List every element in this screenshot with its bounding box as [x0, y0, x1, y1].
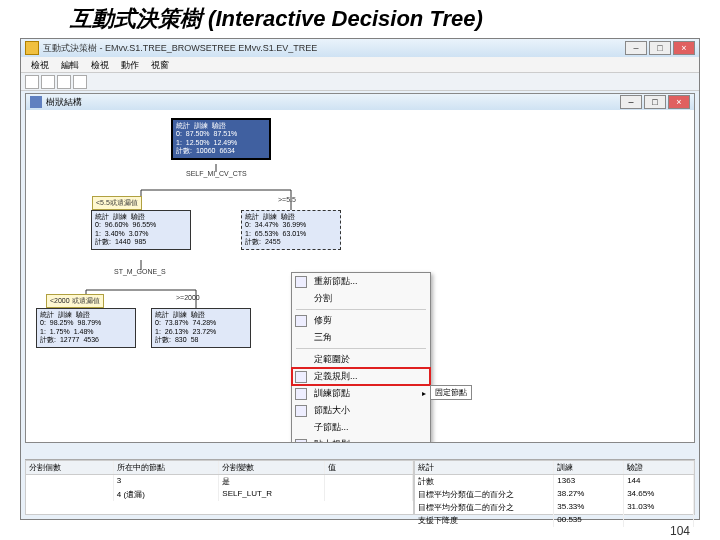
col-header: 所在中的節點: [114, 461, 219, 474]
slide-title: 互動式決策樹 (Interactive Decision Tree): [0, 0, 720, 36]
app-icon: [25, 41, 39, 55]
col-header: 統計: [415, 461, 555, 474]
menu-triangle[interactable]: 三角: [292, 329, 430, 346]
col-header: 訓練: [554, 461, 624, 474]
split-variable: ST_M_GONE_S: [114, 268, 166, 275]
tree-node-dashed[interactable]: 統計訓練驗證 0:34.47%36.99% 1:65.53%63.01% 計數:…: [241, 210, 341, 250]
train-icon: [295, 388, 307, 400]
close-button[interactable]: ×: [673, 41, 695, 55]
page-number: 104: [670, 524, 690, 538]
rule-icon: [295, 371, 307, 383]
size-icon: [295, 405, 307, 417]
menu-range[interactable]: 定範圍於: [292, 351, 430, 368]
menu-split[interactable]: 分割: [292, 290, 430, 307]
menu-paste-rule[interactable]: 貼上規則: [292, 436, 430, 442]
inner-titlebar: 樹狀結構 – □ ×: [26, 94, 694, 110]
split-condition-left: <2000 或遺漏值: [46, 294, 104, 308]
tree-node[interactable]: 統計訓練驗證 0:73.87%74.28% 1:26.13%23.72% 計數:…: [151, 308, 251, 348]
table-row[interactable]: 4 (遺漏) SELF_LUT_R: [26, 488, 413, 501]
menu-train-node[interactable]: 訓練節點▸固定節點: [292, 385, 430, 402]
inner-minimize-button[interactable]: –: [620, 95, 642, 109]
split-condition-right: >=5.5: [278, 196, 296, 203]
split-condition-left: <5.5或遺漏值: [92, 196, 142, 210]
bottom-panel: 分割個數 所在中的節點 分割變數 值 3 是 4 (遺漏) SELF_LUT_R…: [25, 459, 695, 515]
menu-separator: [296, 309, 426, 310]
table-row[interactable]: 目標平均分類值二的百分之38.27%34.65%: [415, 488, 694, 501]
menu-item[interactable]: 檢視: [25, 57, 55, 72]
tree-icon: [30, 96, 42, 108]
table-row[interactable]: 計數1363144: [415, 475, 694, 488]
prune-icon: [295, 315, 307, 327]
table-row[interactable]: 目標平均分類值二的百分之35.33%31.03%: [415, 501, 694, 514]
tree-node[interactable]: 統計訓練驗證 0:96.60%96.55% 1:3.40%3.07% 計數:14…: [91, 210, 191, 250]
submenu-fixed-node[interactable]: 固定節點: [430, 385, 472, 400]
stats-table: 統計 訓練 驗證 計數1363144 目標平均分類值二的百分之38.27%34.…: [414, 460, 695, 515]
context-menu: 重新節點... 分割 修剪 三角 定範圍於 定義規則... 訓練節點▸固定節點 …: [291, 272, 431, 442]
split-variable: SELF_MI_CV_CTS: [186, 170, 247, 177]
tool-button[interactable]: [41, 75, 55, 89]
menu-item[interactable]: 視窗: [145, 57, 175, 72]
menubar: 檢視 編輯 檢視 動作 視窗: [21, 57, 699, 73]
menu-rename-node[interactable]: 重新節點...: [292, 273, 430, 290]
menu-separator: [296, 348, 426, 349]
col-header: 驗證: [624, 461, 694, 474]
tool-button[interactable]: [25, 75, 39, 89]
chevron-right-icon: ▸: [422, 389, 426, 398]
menu-child-nodes[interactable]: 子節點...: [292, 419, 430, 436]
table-row[interactable]: 支援下降度00.535: [415, 514, 694, 527]
window-title: 互動式決策樹 - EMvv.S1.TREE_BROWSETREE EMvv.S1…: [43, 42, 317, 55]
menu-prune[interactable]: 修剪: [292, 312, 430, 329]
inner-title: 樹狀結構: [46, 96, 82, 109]
paste-icon: [295, 439, 307, 443]
col-header: 分割個數: [26, 461, 114, 474]
tree-root-node[interactable]: 統計訓練驗證 0:87.50%87.51% 1:12.50%12.49% 計數:…: [171, 118, 271, 160]
minimize-button[interactable]: –: [625, 41, 647, 55]
menu-item[interactable]: 編輯: [55, 57, 85, 72]
rename-icon: [295, 276, 307, 288]
inner-maximize-button[interactable]: □: [644, 95, 666, 109]
titlebar: 互動式決策樹 - EMvv.S1.TREE_BROWSETREE EMvv.S1…: [21, 39, 699, 57]
menu-define-rule[interactable]: 定義規則...: [292, 368, 430, 385]
menu-item[interactable]: 動作: [115, 57, 145, 72]
col-header: 值: [325, 461, 413, 474]
tree-window: 樹狀結構 – □ × 統計訓練驗證 0:87.50%87.51%: [25, 93, 695, 443]
tool-button[interactable]: [57, 75, 71, 89]
split-condition-right: >=2000: [176, 294, 200, 301]
tree-canvas: 統計訓練驗證 0:87.50%87.51% 1:12.50%12.49% 計數:…: [26, 110, 694, 442]
maximize-button[interactable]: □: [649, 41, 671, 55]
menu-item[interactable]: 檢視: [85, 57, 115, 72]
inner-close-button[interactable]: ×: [668, 95, 690, 109]
app-window: 互動式決策樹 - EMvv.S1.TREE_BROWSETREE EMvv.S1…: [20, 38, 700, 520]
menu-node-size[interactable]: 節點大小: [292, 402, 430, 419]
table-row[interactable]: 3 是: [26, 475, 413, 488]
tree-node[interactable]: 統計訓練驗證 0:98.25%98.79% 1:1.75%1.48% 計數:12…: [36, 308, 136, 348]
split-info-table: 分割個數 所在中的節點 分割變數 值 3 是 4 (遺漏) SELF_LUT_R: [25, 460, 414, 515]
tool-button[interactable]: [73, 75, 87, 89]
toolbar: [21, 73, 699, 91]
col-header: 分割變數: [219, 461, 324, 474]
